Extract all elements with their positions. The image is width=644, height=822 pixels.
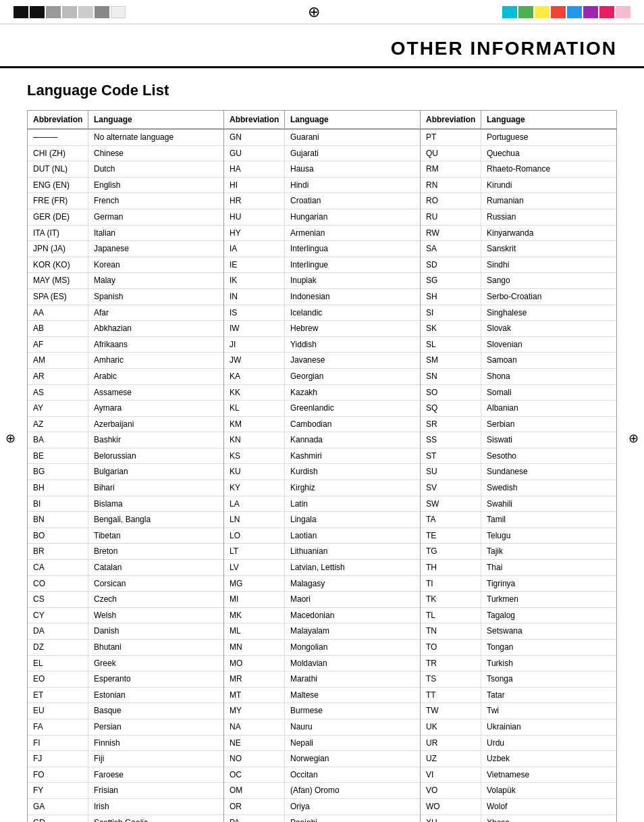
table-row: MIMaori — [224, 592, 420, 608]
abbr-cell: ML — [224, 623, 285, 639]
table-row: VOVolapük — [421, 783, 616, 799]
table-row: TGTajik — [421, 544, 616, 560]
abbr-cell: BE — [28, 448, 88, 464]
lang-cell: Tatar — [481, 688, 616, 703]
abbr-cell: IN — [224, 289, 285, 305]
table-row: MYBurmese — [224, 703, 420, 719]
abbr-cell: MI — [224, 592, 285, 607]
lang-cell: Faroese — [88, 767, 223, 783]
abbr-cell: SO — [421, 385, 481, 401]
lang-cell: Spanish — [88, 289, 223, 305]
abbr-cell: RN — [421, 178, 481, 193]
lang-cell: Xhosa — [481, 815, 616, 822]
table-row: ISIcelandic — [224, 305, 420, 322]
table-row: RMRhaeto-Romance — [421, 161, 616, 178]
table-row: FYFrisian — [28, 783, 223, 799]
table-row: ABAbkhazian — [28, 321, 223, 337]
table-row: CACatalan — [28, 560, 223, 576]
top-center-compass: ⊕ — [126, 3, 502, 21]
lang-cell: Slovenian — [481, 337, 616, 353]
abbr-cell: AS — [28, 385, 88, 401]
table-row: FJFiji — [28, 751, 223, 767]
abbr-cell: SG — [421, 273, 481, 288]
lang-cell: Bashkir — [88, 432, 223, 448]
table-row: BOTibetan — [28, 528, 223, 544]
table-row: SNShona — [421, 369, 616, 385]
lang-cell: Kashmiri — [285, 448, 420, 464]
color-swatch — [583, 6, 598, 18]
table-row: MKMacedonian — [224, 608, 420, 624]
table-row: COCorsican — [28, 576, 223, 592]
lang-cell: Sundanese — [481, 464, 616, 480]
abbr-cell: HR — [224, 193, 285, 209]
abbr-cell: SPA (ES) — [28, 289, 88, 305]
lang-cell: (Afan) Oromo — [285, 783, 420, 798]
lang-cell: Rhaeto-Romance — [481, 161, 616, 177]
table-row: GDScottish Gaelic — [28, 815, 223, 822]
abbr-cell: VO — [421, 783, 481, 798]
abbr-cell: HY — [224, 226, 285, 241]
lang-cell: Corsican — [88, 576, 223, 592]
table-row: OROriya — [224, 799, 420, 815]
table-row: LOLaotian — [224, 528, 420, 544]
lang-cell: Azerbaijani — [88, 417, 223, 432]
lang-cell: Interlingue — [285, 257, 420, 273]
table-row: THThai — [421, 560, 616, 576]
table-row: KAGeorgian — [224, 369, 420, 385]
lang-cell: Hungarian — [285, 209, 420, 225]
color-swatch — [551, 6, 566, 18]
abbr-cell: TK — [421, 592, 481, 607]
table-row: SUSundanese — [421, 464, 616, 480]
abbr-cell: KN — [224, 432, 285, 448]
table-row: RURussian — [421, 209, 616, 226]
abbr-cell: DZ — [28, 640, 88, 655]
table-row: IWHebrew — [224, 321, 420, 337]
lang-cell: Croatian — [285, 193, 420, 209]
table-row: MLMalayalam — [224, 623, 420, 640]
lang-cell: Oriya — [285, 799, 420, 815]
lang-cell: Guarani — [285, 130, 420, 145]
table-row: FRE (FR)French — [28, 193, 223, 209]
table-row: XHXhosa — [421, 815, 616, 822]
table-row: GAIrish — [28, 799, 223, 815]
lang-cell: Arabic — [88, 369, 223, 384]
table-row: NANauru — [224, 719, 420, 736]
abbr-cell: IE — [224, 257, 285, 273]
abbr-cell: AZ — [28, 417, 88, 432]
abbr-cell: JW — [224, 353, 285, 368]
color-swatch — [95, 6, 109, 18]
abbr-cell: SS — [421, 432, 481, 448]
lang-cell: Catalan — [88, 560, 223, 575]
table-row: TETelugu — [421, 528, 616, 544]
abbr-cell: CS — [28, 592, 88, 607]
table-row: LALatin — [224, 496, 420, 513]
table-row: FIFinnish — [28, 736, 223, 752]
lang-cell: Breton — [88, 544, 223, 559]
table-row: HIHindi — [224, 178, 420, 194]
abbr-cell: TE — [421, 528, 481, 544]
lang-cell: Ukrainian — [481, 719, 616, 735]
lang-cell: Interlingua — [285, 241, 420, 257]
color-swatch — [111, 6, 126, 18]
abbr-cell: TH — [421, 560, 481, 575]
table-row: SASanskrit — [421, 241, 616, 257]
abbr-cell: PT — [421, 130, 481, 145]
abbr-cell: MAY (MS) — [28, 273, 88, 288]
lang-cell: Hindi — [285, 178, 420, 193]
abbr-cell: TT — [421, 688, 481, 703]
abbr-cell: VI — [421, 767, 481, 783]
table-row: DUT (NL)Dutch — [28, 161, 223, 178]
table-row: QUQuechua — [421, 146, 616, 162]
lang-cell: Persian — [88, 719, 223, 735]
abbr-cell: FY — [28, 783, 88, 798]
lang-cell: No alternate language — [88, 130, 223, 145]
lang-cell: Swedish — [481, 480, 616, 496]
lang-cell: Welsh — [88, 608, 223, 623]
abbr-cell: FI — [28, 736, 88, 751]
color-swatch — [518, 6, 533, 18]
section-title: Language Code List — [27, 82, 617, 99]
lang-cell: Dutch — [88, 161, 223, 177]
lang-cell: Slovak — [481, 321, 616, 336]
lang-cell: Rumanian — [481, 193, 616, 209]
lang-cell: Danish — [88, 623, 223, 639]
